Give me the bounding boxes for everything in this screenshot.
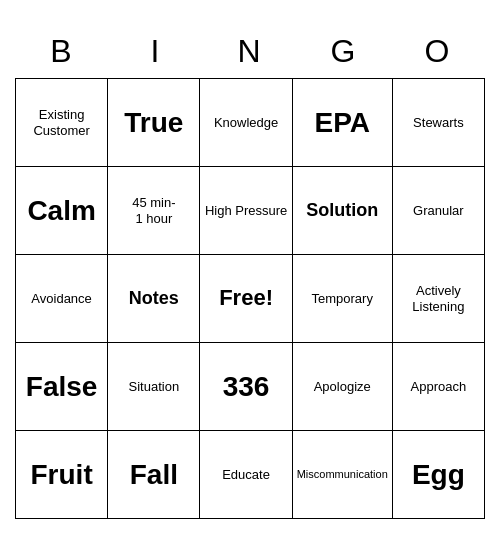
bingo-cell: Actively Listening bbox=[393, 255, 485, 343]
bingo-cell: Granular bbox=[393, 167, 485, 255]
bingo-cell: Calm bbox=[16, 167, 108, 255]
bingo-cell: High Pressure bbox=[200, 167, 292, 255]
header-letter: B bbox=[15, 25, 109, 78]
bingo-cell: Situation bbox=[108, 343, 200, 431]
bingo-cell: Fruit bbox=[16, 431, 108, 519]
bingo-header: BINGO bbox=[15, 25, 485, 78]
bingo-cell: Approach bbox=[393, 343, 485, 431]
bingo-cell: Free! bbox=[200, 255, 292, 343]
header-letter: N bbox=[203, 25, 297, 78]
header-letter: I bbox=[109, 25, 203, 78]
bingo-grid: Existing CustomerTrueKnowledgeEPAStewart… bbox=[15, 78, 485, 519]
bingo-card: BINGO Existing CustomerTrueKnowledgeEPAS… bbox=[15, 25, 485, 519]
bingo-cell: Miscommunication bbox=[293, 431, 393, 519]
bingo-cell: Solution bbox=[293, 167, 393, 255]
bingo-cell: Notes bbox=[108, 255, 200, 343]
header-letter: O bbox=[391, 25, 485, 78]
bingo-cell: Apologize bbox=[293, 343, 393, 431]
bingo-cell: Knowledge bbox=[200, 79, 292, 167]
bingo-cell: EPA bbox=[293, 79, 393, 167]
bingo-cell: 336 bbox=[200, 343, 292, 431]
bingo-cell: 45 min-1 hour bbox=[108, 167, 200, 255]
bingo-cell: Existing Customer bbox=[16, 79, 108, 167]
bingo-cell: Fall bbox=[108, 431, 200, 519]
bingo-cell: Avoidance bbox=[16, 255, 108, 343]
bingo-cell: Stewarts bbox=[393, 79, 485, 167]
bingo-cell: Temporary bbox=[293, 255, 393, 343]
bingo-cell: Egg bbox=[393, 431, 485, 519]
bingo-cell: True bbox=[108, 79, 200, 167]
bingo-cell: Educate bbox=[200, 431, 292, 519]
bingo-cell: False bbox=[16, 343, 108, 431]
header-letter: G bbox=[297, 25, 391, 78]
